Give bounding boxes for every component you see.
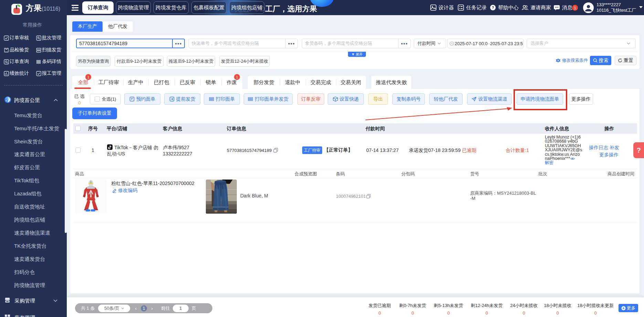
svg-text:?: ?	[492, 6, 494, 10]
